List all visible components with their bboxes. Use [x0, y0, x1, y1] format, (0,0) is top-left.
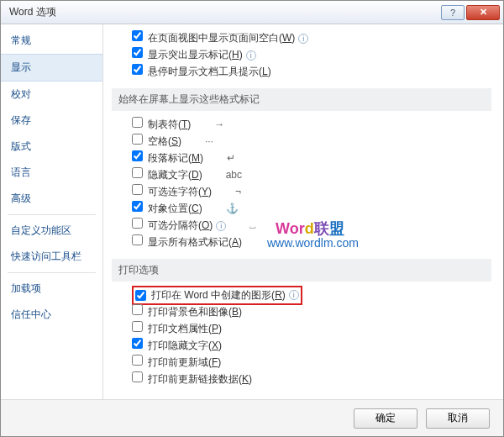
sidebar-item-4[interactable]: 版式: [1, 134, 102, 160]
fmt-opt-checkbox-1[interactable]: [132, 134, 143, 145]
top-opt-row-0: 在页面视图中显示页面间空白(W)i: [115, 29, 491, 46]
print-opt-label-0: 打印在 Word 中创建的图形(R): [151, 288, 286, 303]
fmt-opt-row-5: 对象位置(C)⚓: [115, 200, 491, 217]
word-options-dialog: Word 选项 ? ✕ 常规显示校对保存版式语言高级自定义功能区快速访问工具栏加…: [0, 0, 504, 437]
info-icon[interactable]: i: [289, 290, 299, 300]
print-opt-checkbox-2[interactable]: [132, 321, 143, 332]
dialog-title: Word 选项: [9, 5, 441, 19]
fmt-opt-label-5: 对象位置(C): [148, 203, 202, 214]
print-opt-label-1: 打印背景色和图像(B): [148, 306, 242, 318]
sidebar-item-2[interactable]: 校对: [1, 82, 102, 108]
fmt-opt-row-4: 可选连字符(Y)¬: [115, 183, 491, 200]
fmt-opt-label-1: 空格(S): [148, 135, 181, 147]
sidebar-item-8[interactable]: 快速访问工具栏: [1, 244, 102, 270]
dialog-footer: 确定 取消: [1, 399, 503, 436]
titlebar-buttons: ? ✕: [441, 5, 500, 20]
print-opt-row-3: 打印隐藏文字(X): [115, 337, 491, 354]
dialog-body: 常规显示校对保存版式语言高级自定义功能区快速访问工具栏加载项信任中心 在页面视图…: [1, 24, 503, 399]
fmt-opt-symbol-6: ⎵: [249, 219, 275, 231]
sidebar-item-6[interactable]: 高级: [1, 186, 102, 212]
fmt-opt-label-3: 隐藏文字(D): [148, 169, 202, 181]
fmt-opt-checkbox-0[interactable]: [132, 117, 143, 128]
sidebar: 常规显示校对保存版式语言高级自定义功能区快速访问工具栏加载项信任中心: [1, 24, 103, 399]
print-opt-checkbox-1[interactable]: [132, 304, 143, 315]
fmt-opt-checkbox-5[interactable]: [132, 201, 143, 212]
sidebar-item-1[interactable]: 显示: [1, 54, 102, 82]
top-opt-label-2: 悬停时显示文档工具提示(L): [148, 66, 271, 77]
fmt-opt-row-6: 可选分隔符(O)i⎵: [115, 217, 491, 234]
top-opt-label-0: 在页面视图中显示页面间空白(W): [148, 32, 295, 44]
print-opt-row-5: 打印前更新链接数据(K): [115, 371, 491, 387]
sidebar-item-3[interactable]: 保存: [1, 108, 102, 134]
fmt-opt-checkbox-6[interactable]: [132, 218, 143, 229]
print-opt-row-2: 打印文档属性(P): [115, 320, 491, 337]
fmt-opt-label-6: 可选分隔符(O): [148, 219, 213, 231]
fmt-opt-symbol-1: ···: [205, 135, 230, 147]
fmt-opt-label-4: 可选连字符(Y): [148, 186, 212, 197]
print-opt-label-3: 打印隐藏文字(X): [148, 340, 222, 351]
fmt-opt-symbol-0: →: [214, 118, 239, 130]
fmt-opt-row-3: 隐藏文字(D)abc: [115, 166, 491, 183]
fmt-opt-label-0: 制表符(T): [148, 118, 191, 130]
print-opt-label-4: 打印前更新域(F): [148, 356, 221, 368]
info-icon[interactable]: i: [246, 50, 256, 61]
fmt-opt-checkbox-7[interactable]: [132, 234, 143, 245]
print-opt-checkbox-3[interactable]: [132, 338, 143, 349]
cancel-button[interactable]: 取消: [426, 408, 490, 429]
print-opt-label-2: 打印文档属性(P): [148, 323, 222, 334]
info-icon[interactable]: i: [216, 221, 226, 231]
fmt-opt-row-1: 空格(S)···: [115, 133, 491, 150]
sidebar-item-7[interactable]: 自定义功能区: [1, 218, 102, 244]
print-opt-row-0: 打印在 Word 中创建的图形(R)i: [115, 287, 491, 303]
fmt-opt-row-0: 制表符(T)→: [115, 116, 491, 133]
close-button[interactable]: ✕: [466, 5, 500, 20]
fmt-opt-row-7: 显示所有格式标记(A): [115, 234, 491, 250]
sidebar-item-5[interactable]: 语言: [1, 160, 102, 186]
sidebar-item-10[interactable]: 信任中心: [1, 302, 102, 328]
section-print-options: 打印选项: [112, 259, 491, 282]
ok-button[interactable]: 确定: [354, 408, 417, 429]
top-opt-row-2: 悬停时显示文档工具提示(L): [115, 63, 491, 80]
print-opt-checkbox-4[interactable]: [132, 355, 143, 366]
top-opt-label-1: 显示突出显示标记(H): [148, 49, 243, 61]
fmt-opt-symbol-3: abc: [226, 169, 251, 181]
fmt-opt-checkbox-4[interactable]: [132, 184, 143, 195]
print-opt-label-5: 打印前更新链接数据(K): [148, 373, 252, 385]
fmt-opt-checkbox-3[interactable]: [132, 167, 143, 178]
fmt-opt-checkbox-2[interactable]: [132, 150, 143, 161]
top-opt-checkbox-0[interactable]: [132, 30, 143, 41]
top-opt-checkbox-1[interactable]: [132, 47, 143, 58]
print-opt-row-4: 打印前更新域(F): [115, 354, 491, 371]
content-pane: 在页面视图中显示页面间空白(W)i显示突出显示标记(H)i悬停时显示文档工具提示…: [103, 24, 503, 399]
fmt-opt-symbol-4: ¬: [235, 186, 260, 197]
sidebar-item-9[interactable]: 加载项: [1, 276, 102, 302]
fmt-opt-symbol-2: ↵: [227, 152, 252, 164]
section-format-marks: 始终在屏幕上显示这些格式标记: [112, 88, 491, 111]
print-opt-checkbox-5[interactable]: [132, 371, 143, 382]
fmt-opt-label-2: 段落标记(M): [148, 152, 203, 164]
titlebar: Word 选项 ? ✕: [1, 1, 503, 24]
sidebar-item-0[interactable]: 常规: [1, 28, 102, 54]
top-opt-checkbox-2[interactable]: [132, 64, 143, 75]
help-button[interactable]: ?: [441, 5, 465, 20]
top-opt-row-1: 显示突出显示标记(H)i: [115, 46, 491, 63]
print-opt-row-1: 打印背景色和图像(B): [115, 303, 491, 320]
fmt-opt-label-7: 显示所有格式标记(A): [148, 236, 242, 248]
print-opt-checkbox-0[interactable]: [135, 290, 146, 301]
fmt-opt-row-2: 段落标记(M)↵: [115, 150, 491, 166]
info-icon[interactable]: i: [298, 34, 308, 44]
fmt-opt-symbol-5: ⚓: [226, 203, 251, 214]
